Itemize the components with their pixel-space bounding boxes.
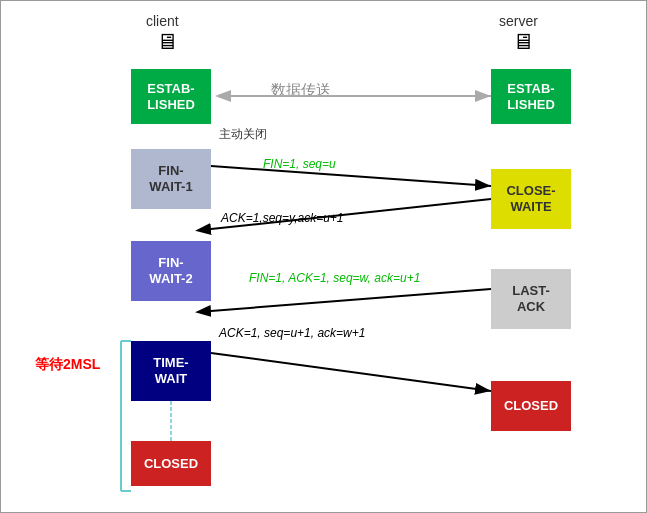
server-established-state: ESTAB-LISHED bbox=[491, 69, 571, 124]
server-last-ack-state: LAST-ACK bbox=[491, 269, 571, 329]
client-computer-icon: 🖥 bbox=[156, 29, 178, 55]
server-closed-state: CLOSED bbox=[491, 381, 571, 431]
svg-line-8 bbox=[211, 353, 491, 391]
client-label: client bbox=[146, 13, 179, 29]
msg4-label: ACK=1, seq=u+1, ack=w+1 bbox=[219, 326, 365, 340]
client-fin-wait-2-state: FIN-WAIT-2 bbox=[131, 241, 211, 301]
diagram-container: 🖥 🖥 client server 数据传送 主动关闭 等待2MSL ESTAB… bbox=[0, 0, 647, 513]
server-close-waite-state: CLOSE-WAITE bbox=[491, 169, 571, 229]
svg-line-7 bbox=[211, 289, 491, 311]
server-label: server bbox=[499, 13, 538, 29]
client-fin-wait-1-state: FIN-WAIT-1 bbox=[131, 149, 211, 209]
msg2-label: ACK=1,seq=y,ack=u+1 bbox=[221, 211, 344, 225]
msg1-label: FIN=1, seq=u bbox=[263, 157, 336, 171]
data-transfer-label: 数据传送 bbox=[271, 81, 331, 100]
server-computer-icon: 🖥 bbox=[512, 29, 534, 55]
client-established-state: ESTAB-LISHED bbox=[131, 69, 211, 124]
active-close-label: 主动关闭 bbox=[219, 126, 267, 143]
wait-2msl-label: 等待2MSL bbox=[35, 356, 100, 374]
svg-line-5 bbox=[211, 166, 491, 186]
client-closed-state: CLOSED bbox=[131, 441, 211, 486]
client-time-wait-state: TIME-WAIT bbox=[131, 341, 211, 401]
msg3-label: FIN=1, ACK=1, seq=w, ack=u+1 bbox=[249, 271, 420, 285]
